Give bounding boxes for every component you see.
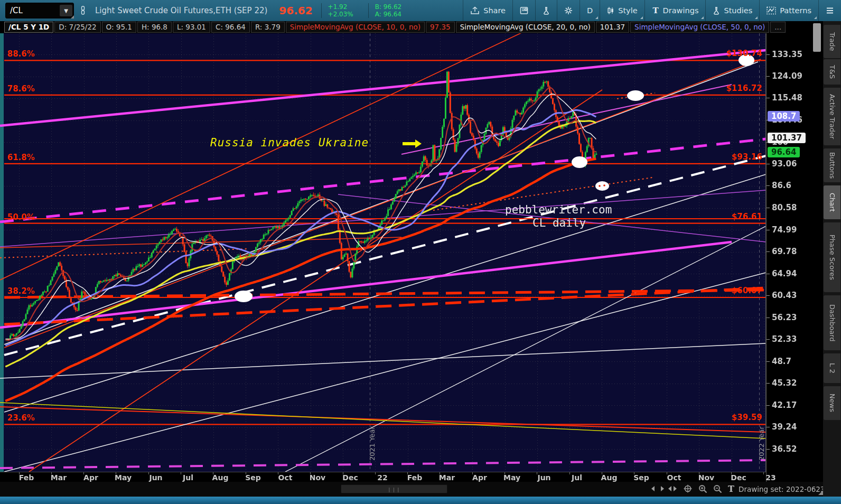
price-tick-label: 64.94	[772, 269, 797, 278]
bid-ask: B: 96.62 A: 96.64	[368, 3, 408, 18]
price-tick-mark	[767, 76, 770, 77]
settings-button[interactable]	[557, 0, 580, 21]
price-tick-label: 42.17	[772, 400, 797, 410]
price-tick-mark	[767, 339, 770, 340]
month-label-mar: Mar	[439, 473, 455, 482]
month-label-jul: Jul	[572, 473, 582, 482]
link-icon[interactable]	[78, 6, 88, 15]
legend-field-d[interactable]: D: 7/25/22	[54, 22, 100, 33]
studies-button[interactable]: Studies	[705, 0, 759, 21]
vertical-scrollbar[interactable]	[813, 23, 821, 52]
price-tick-label: 69.78	[772, 247, 797, 256]
share-button[interactable]: Share	[463, 0, 512, 21]
price-tick-mark	[767, 54, 770, 55]
month-label-jun: Jun	[537, 473, 550, 482]
resize-corner-icon	[71, 15, 74, 18]
sidebar-tab-chart[interactable]: Chart	[824, 185, 840, 219]
timeframe-button[interactable]: D	[580, 0, 600, 21]
price-tick-mark	[767, 449, 770, 450]
legend-field-o[interactable]: O: 95.1	[102, 22, 136, 33]
month-label-dec: Dec	[731, 473, 746, 482]
symbol-input[interactable]: /CL ▼	[5, 3, 74, 18]
legend-study-2-value[interactable]: 101.37	[596, 22, 629, 33]
studies-caret-icon	[755, 16, 758, 19]
price-tick-label: 52.33	[772, 334, 797, 344]
sidebar-tab-l-2[interactable]: L 2	[824, 353, 840, 383]
drawing-set-menu-caret[interactable]	[818, 490, 823, 495]
instrument-title: Light Sweet Crude Oil Futures,ETH (SEP 2…	[95, 6, 267, 15]
drawings-button[interactable]: TDrawings	[644, 0, 706, 21]
price-tick-label: 39.24	[772, 422, 797, 432]
sidebar-tab-trade[interactable]: Trade	[824, 25, 840, 58]
price-tick-label: 93.06	[772, 159, 797, 169]
crosshair-icon[interactable]	[682, 483, 694, 494]
news-button[interactable]	[512, 0, 535, 21]
drawings-caret-icon	[701, 16, 704, 19]
pan-icon[interactable]	[667, 483, 678, 494]
price-tick-mark	[767, 318, 770, 318]
patterns-caret-icon	[814, 16, 817, 19]
month-tick-mark	[763, 472, 764, 474]
analyze-button[interactable]	[535, 0, 557, 21]
analyze-icon	[543, 6, 550, 15]
price-badge-108.7: 108.7	[768, 111, 800, 122]
zoom-in-icon[interactable]	[697, 483, 708, 494]
price-tick-mark	[767, 295, 770, 296]
price-tick-label: 48.7	[772, 357, 791, 366]
price-tick-mark	[767, 405, 770, 406]
style-icon	[607, 6, 614, 15]
bid-value: B: 96.62	[375, 3, 401, 11]
drawings-icon: T	[652, 6, 659, 15]
menu-icon	[826, 7, 834, 14]
chart-canvas[interactable]	[0, 33, 766, 472]
month-label-apr: Apr	[83, 473, 98, 482]
text-tool-icon[interactable]: T	[725, 483, 737, 494]
month-label-oct: Oct	[278, 473, 293, 482]
month-label-oct: Oct	[667, 473, 681, 482]
legend-study-1-value[interactable]: 97.35	[426, 22, 455, 33]
legend-overflow[interactable]: ...	[770, 22, 786, 33]
top-toolbar: /CL ▼ Light Sweet Crude Oil Futures,ETH …	[0, 0, 841, 21]
toolbar-buttons: ShareDStyleTDrawingsStudiesPatterns	[463, 0, 841, 21]
month-label-sep: Sep	[633, 473, 649, 482]
zoom-out-icon[interactable]	[712, 483, 723, 494]
price-tick-label: 124.09	[772, 71, 802, 81]
legend-field-c[interactable]: C: 96.64	[211, 22, 250, 33]
patterns-label: Patterns	[780, 6, 811, 15]
scrollbar-grip-icon: ❘❘❘	[387, 487, 401, 492]
menu-button[interactable]	[818, 0, 841, 21]
chart-legend-row: /CL 5 Y 1DD: 7/25/22O: 95.1H: 96.8L: 93.…	[0, 21, 841, 33]
price-tick-mark	[767, 164, 770, 164]
price-badge-101.37: 101.37	[768, 133, 806, 143]
settings-icon	[564, 6, 573, 15]
month-label-sep: Sep	[245, 473, 261, 482]
sidebar-tab-active-trader[interactable]: Active Trader	[824, 88, 840, 145]
price-axis[interactable]: 133.35124.09115.48107.4610093.0686.680.5…	[766, 33, 812, 482]
legend-field-h[interactable]: H: 96.8	[137, 22, 172, 33]
legend-study-1-label[interactable]: SimpleMovingAvg (CLOSE, 10, 0, no)	[286, 22, 425, 33]
sidebar-tab-buttons[interactable]: Buttons	[824, 148, 840, 182]
symbol-dropdown-button[interactable]: ▼	[60, 5, 72, 16]
legend-instrument[interactable]: /CL 5 Y 1D	[4, 22, 53, 33]
price-tick-label: 115.48	[772, 93, 802, 102]
style-button[interactable]: Style	[600, 0, 644, 21]
month-label-dec: Dec	[342, 473, 358, 482]
chart-scrollbar[interactable]: ❘❘❘	[341, 484, 447, 493]
legend-field-l[interactable]: L: 93.01	[173, 22, 210, 33]
price-tick-label: 80.58	[772, 203, 797, 212]
legend-field-r[interactable]: R: 3.79	[251, 22, 285, 33]
legend-study-2-label[interactable]: SimpleMovingAvg (CLOSE, 20, 0, no)	[456, 22, 595, 33]
time-axis[interactable]: FebMarAprMayJunJulAugSepOctNovDec22FebMa…	[0, 472, 766, 482]
month-label-feb: Feb	[407, 473, 423, 482]
patterns-button[interactable]: Patterns	[759, 0, 818, 21]
price-tick-label: 133.35	[772, 50, 802, 59]
last-price: 96.62	[279, 4, 312, 17]
sidebar-tab-t-s[interactable]: T&S	[824, 59, 840, 85]
legend-study-3-label[interactable]: SimpleMovingAvg (CLOSE, 50, 0, no)	[630, 22, 769, 33]
sidebar-tab-dashboard[interactable]: Dashboard	[824, 295, 840, 350]
sidebar-tab-phase-scores[interactable]: Phase Scores	[824, 222, 840, 292]
month-label-apr: Apr	[472, 473, 487, 482]
month-label-nov: Nov	[310, 473, 325, 482]
sidebar-tab-news[interactable]: News	[824, 386, 840, 420]
studies-icon	[713, 6, 720, 15]
